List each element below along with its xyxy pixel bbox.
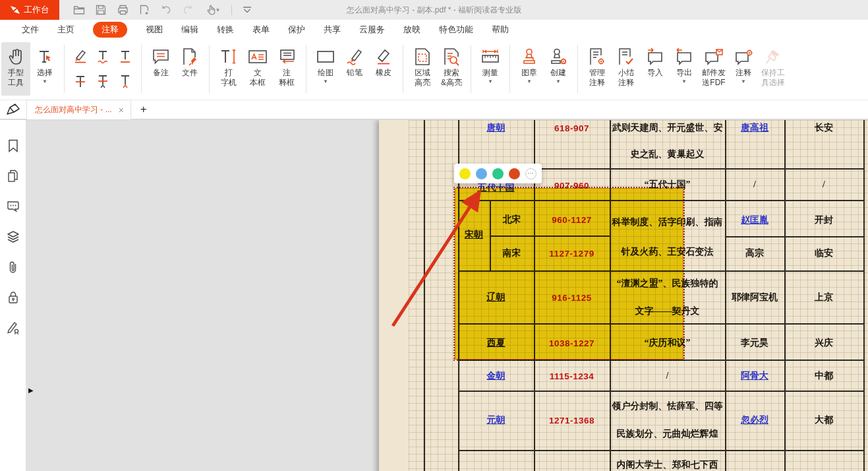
highlight-text-button[interactable] — [71, 47, 90, 65]
insert-text-button[interactable] — [116, 72, 134, 90]
menu-present[interactable]: 放映 — [403, 24, 420, 36]
layers-panel-button[interactable] — [6, 230, 20, 244]
redo-button[interactable] — [180, 2, 196, 18]
ruler-icon — [480, 46, 500, 68]
add-page-button[interactable] — [136, 2, 152, 18]
underline-text-icon — [117, 48, 133, 64]
button-label: 注释 — [736, 68, 751, 78]
button-label: 工具 — [8, 78, 24, 88]
button-label: 手型 — [8, 68, 24, 78]
insert-text-icon — [117, 73, 133, 89]
person-cell: 李元昊 — [725, 335, 784, 351]
save-icon — [96, 5, 106, 15]
more-colors-button[interactable]: ⋯ — [525, 168, 536, 179]
file-attachment-button[interactable]: 文件 — [175, 42, 204, 96]
menu-help[interactable]: 帮助 — [492, 24, 509, 36]
strikeout-button[interactable] — [71, 72, 90, 90]
ribbon-divider — [577, 45, 578, 93]
search-highlight-icon — [443, 46, 460, 68]
draw-button[interactable]: 绘图 ▾ — [311, 42, 340, 96]
workspace-button[interactable]: 工作台 — [0, 0, 59, 20]
button-label: 注释 — [618, 78, 634, 88]
area-highlight-button[interactable]: 区域高亮 — [408, 42, 437, 96]
replace-text-button[interactable] — [94, 72, 112, 90]
search-highlight-button[interactable]: 搜索&高亮 — [437, 42, 466, 96]
typewriter-button[interactable]: 打字机 — [214, 42, 243, 96]
print-button[interactable] — [115, 2, 130, 18]
save-button[interactable] — [93, 2, 109, 18]
email-fdf-button[interactable]: 邮件发送FDF — [699, 42, 729, 96]
stamp-button[interactable]: 图章 ▾ — [515, 42, 544, 96]
bookmark-icon — [7, 139, 19, 152]
note-button[interactable]: 备注 — [146, 42, 175, 96]
import-comments-button[interactable]: 导入 — [641, 42, 670, 96]
menu-file[interactable]: 文件 — [22, 24, 39, 36]
capital-cell: 上京 — [784, 290, 863, 305]
touch-mode-button[interactable]: ▾ — [202, 2, 224, 18]
table-line — [458, 450, 865, 451]
document-canvas[interactable]: ▶ 唐朝 618-907 武则天建周、开元盛世、安 史之 — [26, 120, 868, 471]
menu-share[interactable]: 共享 — [324, 24, 341, 36]
button-label: 导出 — [676, 68, 692, 78]
hand-pointer-icon — [206, 5, 216, 15]
eraser-button[interactable]: 橡皮 — [369, 42, 398, 96]
summarize-comments-button[interactable]: 小结注释 — [612, 42, 641, 96]
ribbon-divider — [141, 45, 142, 93]
annotation-pen-icon[interactable] — [0, 104, 26, 115]
menu-convert[interactable]: 转换 — [217, 24, 234, 36]
chevron-down-icon: ▾ — [489, 78, 492, 84]
open-file-button[interactable] — [71, 2, 87, 18]
attachments-panel-button[interactable] — [6, 260, 20, 274]
color-swatch-green[interactable] — [492, 168, 504, 179]
printer-icon — [117, 5, 129, 15]
create-stamp-button[interactable]: 创建 ▾ — [544, 42, 573, 96]
color-swatch-yellow[interactable] — [459, 168, 471, 179]
security-panel-button[interactable] — [6, 290, 20, 305]
signature-icon — [7, 321, 20, 334]
measure-button[interactable]: 测量 ▾ — [476, 42, 505, 96]
comments-panel-button[interactable] — [6, 199, 20, 214]
highlight-color-popup: ⋯ — [454, 164, 542, 183]
select-tool-button[interactable]: 选择 ▾ — [30, 42, 59, 96]
highlight-annotation[interactable] — [455, 188, 683, 360]
button-label: 文 — [254, 68, 262, 78]
menu-protect[interactable]: 保护 — [288, 24, 305, 36]
undo-button[interactable] — [158, 2, 174, 18]
hand-tool-button[interactable]: 手型工具 — [1, 42, 30, 96]
pages-panel-button[interactable] — [6, 169, 20, 183]
export-comments-button[interactable]: 导出 ▾ — [670, 42, 699, 96]
close-tab-icon[interactable]: × — [119, 106, 124, 115]
underline-button[interactable] — [116, 47, 134, 65]
menu-cloud[interactable]: 云服务 — [359, 24, 385, 36]
menu-comment[interactable]: 注释 — [93, 22, 127, 38]
page-check-icon — [618, 46, 635, 68]
button-label: 打 — [225, 68, 233, 78]
color-swatch-red[interactable] — [509, 168, 520, 179]
button-label: 导入 — [647, 68, 663, 78]
menu-home[interactable]: 主页 — [57, 24, 74, 36]
pencil-button[interactable]: 铅笔 — [340, 42, 369, 96]
signature-panel-button[interactable] — [6, 321, 20, 335]
squiggly-underline-button[interactable] — [94, 47, 112, 65]
customize-toolbar-button[interactable] — [239, 2, 255, 18]
chevron-down-icon: ▾ — [742, 78, 745, 84]
color-swatch-blue[interactable] — [476, 168, 487, 179]
eraser-icon — [374, 46, 393, 68]
menu-view[interactable]: 视图 — [146, 24, 163, 36]
table-line — [863, 120, 865, 471]
new-tab-button[interactable]: + — [140, 103, 147, 116]
textbox-button[interactable]: 文本框 — [243, 42, 272, 96]
active-document-tab[interactable]: 怎么面对高中学习 - ... × — [26, 100, 131, 119]
panel-expand-arrow[interactable]: ▶ — [28, 387, 34, 394]
menu-form[interactable]: 表单 — [252, 24, 270, 36]
comments-list-button[interactable]: 注释 ▾ — [729, 42, 758, 96]
menu-features[interactable]: 特色功能 — [439, 24, 473, 36]
replace-text-icon — [95, 73, 111, 89]
undo-icon — [161, 5, 171, 15]
bookmarks-panel-button[interactable] — [6, 139, 20, 153]
menu-edit[interactable]: 编辑 — [181, 24, 198, 36]
button-label: 小结 — [618, 68, 634, 78]
capital-cell: 大都 — [784, 412, 863, 428]
callout-button[interactable]: 注释框 — [272, 42, 301, 96]
manage-comments-button[interactable]: 管理注释 — [583, 42, 612, 96]
